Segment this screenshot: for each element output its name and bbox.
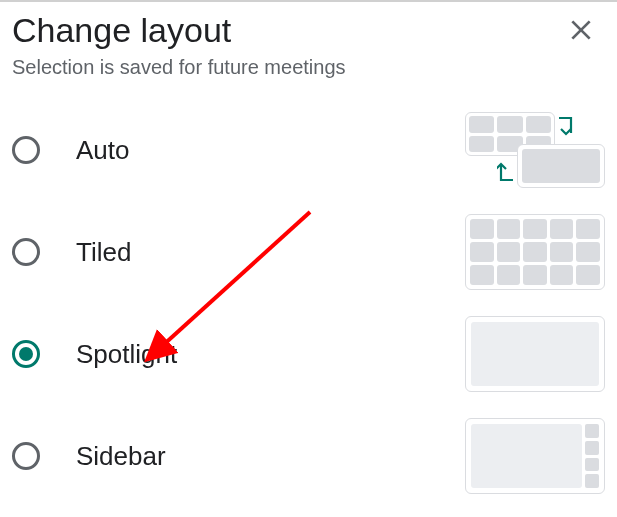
radio-sidebar[interactable] <box>12 442 40 470</box>
layout-option-sidebar[interactable]: Sidebar <box>0 405 617 507</box>
close-icon <box>568 17 594 43</box>
auto-layout-icon <box>465 112 605 188</box>
tiled-layout-icon <box>465 214 605 290</box>
layout-option-tiled[interactable]: Tiled <box>0 201 617 303</box>
spotlight-layout-icon <box>465 316 605 392</box>
radio-auto[interactable] <box>12 136 40 164</box>
radio-spotlight[interactable] <box>12 340 40 368</box>
sidebar-layout-icon <box>465 418 605 494</box>
close-button[interactable] <box>561 10 601 50</box>
dialog-subtitle: Selection is saved for future meetings <box>0 50 617 99</box>
layout-option-auto[interactable]: Auto <box>0 99 617 201</box>
layout-options: Auto Tiled <box>0 99 617 507</box>
layout-option-spotlight[interactable]: Spotlight <box>0 303 617 405</box>
option-label: Spotlight <box>76 339 465 370</box>
option-label: Auto <box>76 135 465 166</box>
dialog-title: Change layout <box>12 11 231 50</box>
radio-tiled[interactable] <box>12 238 40 266</box>
option-label: Sidebar <box>76 441 465 472</box>
option-label: Tiled <box>76 237 465 268</box>
